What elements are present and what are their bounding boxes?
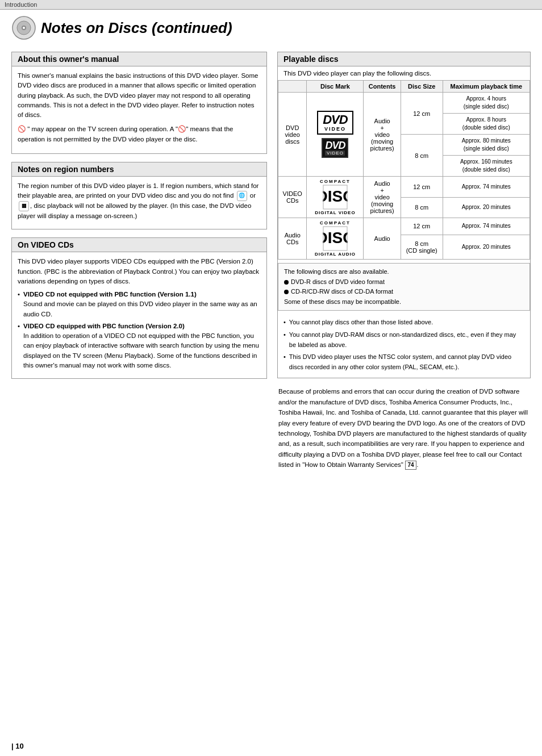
dvd-type-label: DVDvideodiscs xyxy=(278,93,307,177)
page: Introduction Notes on Discs (continued) … xyxy=(0,0,542,756)
region-numbers-content: The region number of this DVD video play… xyxy=(12,177,266,229)
col-contents: Contents xyxy=(364,81,401,93)
about-manual-content: This owner's manual explains the basic i… xyxy=(12,66,266,153)
also-available-item-1: DVD-R discs of DVD video format xyxy=(284,277,524,287)
about-manual-para-1: This owner's manual explains the basic i… xyxy=(18,71,261,120)
disc-note-2: • You cannot play DVD-RAM discs or non-s… xyxy=(283,330,524,350)
two-column-layout: About this owner's manual This owner's m… xyxy=(11,52,531,470)
vcd-logo-cell: COMPACT DISC DIGITAL VIDEO xyxy=(307,177,364,218)
dvd-12cm-double: Approx. 8 hours(double sided disc) xyxy=(443,114,530,135)
vcd-12cm-time: Approx. 74 minutes xyxy=(443,177,530,198)
black-dot-1 xyxy=(284,280,289,285)
dvd-contents: Audio+video(movingpictures) xyxy=(364,93,401,177)
video-cd-item-1: • VIDEO CD not equipped with PBC functio… xyxy=(18,290,261,319)
disc-note-1: • You cannot play discs other than those… xyxy=(283,318,524,328)
playable-discs-section: Playable discs This DVD video player can… xyxy=(277,52,531,378)
also-available-box: The following discs are also available. … xyxy=(278,263,530,311)
note-bullet-1: • xyxy=(283,318,286,328)
note-bullet-3: • xyxy=(283,352,286,372)
dvd-12cm-single: Approx. 4 hours(single sided disc) xyxy=(443,93,530,114)
black-dot-2 xyxy=(284,290,289,294)
dvd-8cm-double: Approx. 160 minutes(double sided disc) xyxy=(443,156,530,177)
acd-8cm-time: Approx. 20 minutes xyxy=(443,235,530,259)
acd-12cm-time: Approx. 74 minutes xyxy=(443,218,530,235)
right-column: Playable discs This DVD video player can… xyxy=(277,52,531,470)
region-numbers-text: The region number of this DVD video play… xyxy=(18,181,261,222)
acd-logo-cell: COMPACT DISC DIGITAL AUDIO xyxy=(307,218,364,260)
region-numbers-section: Notes on region numbers The region numbe… xyxy=(11,162,267,230)
dvd-size-12cm: 12 cm xyxy=(401,93,443,135)
left-column: About this owner's manual This owner's m… xyxy=(11,52,267,470)
breadcrumb: Introduction xyxy=(0,0,542,10)
region-icon-1: 🌐 xyxy=(237,191,247,201)
also-available-heading: The following discs are also available. xyxy=(284,267,524,277)
page-number: | 10 xyxy=(11,742,24,750)
region-numbers-title: Notes on region numbers xyxy=(12,162,266,177)
disc-table: Disc Mark Contents Disc Size Maximum pla… xyxy=(278,80,530,260)
content-area: Notes on Discs (continued) About this ow… xyxy=(0,10,542,481)
video-cds-content: This DVD video player supports VIDEO CDs… xyxy=(12,252,266,378)
page-ref-74: 74 xyxy=(405,461,416,470)
disc-intro: This DVD video player can play the follo… xyxy=(278,66,530,80)
col-type xyxy=(278,81,307,93)
table-row: AudioCDs COMPACT DISC xyxy=(278,218,530,235)
also-available-item-3: Some of these discs may be incompatible. xyxy=(284,297,524,307)
playable-discs-title: Playable discs xyxy=(278,52,530,66)
video-cds-list: • VIDEO CD not equipped with PBC functio… xyxy=(18,290,261,370)
svg-text:DISC: DISC xyxy=(323,187,348,205)
svg-text:DISC: DISC xyxy=(323,229,348,247)
symbol-note: 🚫 " may appear on the TV screen during o… xyxy=(18,124,261,144)
vcd-size-12cm: 12 cm xyxy=(401,177,443,198)
acd-size-12cm: 12 cm xyxy=(401,218,443,235)
acd-disc-svg: DISC xyxy=(323,226,348,251)
video-cds-intro: This DVD video player supports VIDEO CDs… xyxy=(18,257,261,286)
page-title: Notes on Discs (continued) xyxy=(41,19,232,37)
acd-contents: Audio xyxy=(364,218,401,260)
video-cd-item-2: • VIDEO CD equipped with PBC function (V… xyxy=(18,321,261,370)
dvd-logo-cell: DVD VIDEO DVD VIDEO xyxy=(307,93,364,177)
bullet-1: • xyxy=(18,290,20,319)
dvd-logo-1: DVD VIDEO xyxy=(317,111,353,135)
col-disc-mark: Disc Mark xyxy=(307,81,364,93)
about-manual-section: About this owner's manual This owner's m… xyxy=(11,52,267,154)
dvd-8cm-single: Approx. 80 minutes(single sided disc) xyxy=(443,135,530,156)
disc-notes: • You cannot play discs other than those… xyxy=(278,314,530,378)
table-row: VIDEOCDs COMPACT DISC xyxy=(278,177,530,198)
disc-note-3: • This DVD video player uses the NTSC co… xyxy=(283,352,524,372)
bullet-2: • xyxy=(18,321,20,370)
also-available-item-2: CD-R/CD-RW discs of CD-DA format xyxy=(284,287,524,297)
video-cds-title: On VIDEO CDs xyxy=(12,238,266,252)
acd-logo: COMPACT DISC DIGITAL AUDIO xyxy=(310,220,360,257)
note-bullet-2: • xyxy=(283,330,286,350)
vcd-type-label: VIDEOCDs xyxy=(278,177,307,218)
acd-size-8cm: 8 cm(CD single) xyxy=(401,235,443,259)
svg-point-3 xyxy=(23,27,25,29)
vcd-8cm-time: Approx. 20 minutes xyxy=(443,197,530,218)
about-manual-title: About this owner's manual xyxy=(12,52,266,66)
acd-type-label: AudioCDs xyxy=(278,218,307,260)
table-row: DVDvideodiscs DVD VIDEO DVD xyxy=(278,93,530,114)
video-cds-section: On VIDEO CDs This DVD video player suppo… xyxy=(11,237,267,379)
bottom-paragraph: Because of problems and errors that can … xyxy=(277,386,531,470)
dvd-logo: DVD VIDEO DVD VIDEO xyxy=(310,111,360,158)
vcd-disc-svg: DISC xyxy=(323,185,348,210)
notes-disc-icon xyxy=(11,15,36,40)
col-disc-size: Disc Size xyxy=(401,81,443,93)
col-max-playback: Maximum playback time xyxy=(443,81,530,93)
dvd-size-8cm: 8 cm xyxy=(401,135,443,177)
vcd-logo: COMPACT DISC DIGITAL VIDEO xyxy=(310,179,360,215)
dvd-logo-2: DVD VIDEO xyxy=(322,138,348,158)
vcd-size-8cm: 8 cm xyxy=(401,197,443,218)
page-title-row: Notes on Discs (continued) xyxy=(11,15,531,40)
region-icon-2: ▦ xyxy=(19,201,29,211)
vcd-contents: Audio+video(movingpictures) xyxy=(364,177,401,218)
